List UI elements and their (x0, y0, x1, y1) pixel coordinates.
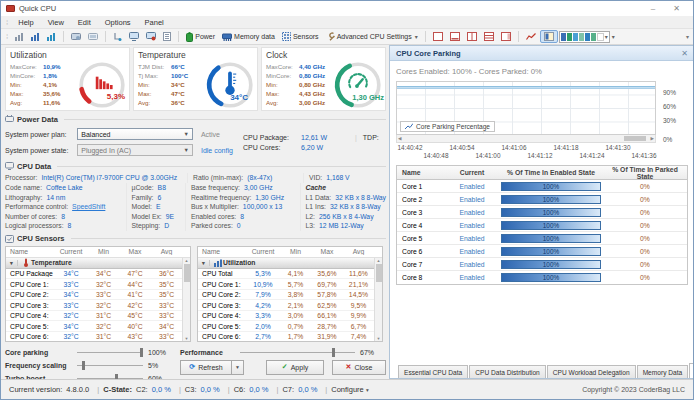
layout-window-icon[interactable] (430, 31, 446, 42)
parking-table-row[interactable]: Core 7Enabled100%0% (397, 258, 687, 271)
chevron-down-icon[interactable]: ▾ (198, 260, 210, 266)
scroll-up-arrow[interactable]: ▲ (185, 258, 189, 263)
column-header-max[interactable]: Max (311, 248, 343, 255)
table-row[interactable]: CPU Core 6:2,7%1,7%31,9%7,4% (198, 332, 382, 342)
core-parking-title-bar[interactable]: CPU Core Parking ✕ (390, 46, 694, 61)
chart-horizontal-scrollbar[interactable]: ◀ ▶ (396, 135, 656, 143)
sensor-group-temperature[interactable]: ▾Temperature (6, 258, 190, 269)
scroll-left-arrow[interactable]: ◀ (398, 136, 401, 141)
screen-capture-icon[interactable] (68, 31, 84, 42)
scroll-down-arrow[interactable]: ▼ (377, 336, 381, 341)
title-bar[interactable]: Quick CPU – ✕ (1, 1, 693, 16)
advanced-cpu-settings-button[interactable]: Advanced CPU Settings▾ (323, 31, 421, 42)
table-row[interactable]: CPU Core 4:3,3%3,0%66,1%9,9% (198, 311, 382, 322)
close-window-button[interactable]: ✕ (673, 4, 680, 14)
table-row[interactable]: CPU Core 3:33°C32°C42°C33°C (6, 300, 190, 311)
scroll-thumb[interactable] (376, 264, 382, 282)
table-row[interactable]: CPU Core 1:33°C32°C44°C35°C (6, 279, 190, 290)
clock-history-chart-icon[interactable] (44, 31, 59, 42)
column-header-current[interactable]: Current (246, 248, 280, 255)
parking-table-row[interactable]: Core 4Enabled100%0% (397, 219, 687, 232)
tab-essential-cpu-data[interactable]: Essential CPU Data (398, 365, 468, 378)
column-header-name[interactable]: Name (6, 248, 54, 255)
sensors-button[interactable]: Sensors (279, 31, 322, 42)
vertical-scrollbar[interactable]: ▲▼ (182, 258, 190, 341)
menu-view[interactable]: View (41, 18, 71, 27)
column-header-min[interactable]: Min (280, 248, 311, 255)
scroll-right-arrow[interactable]: ▶ (651, 136, 654, 141)
layout-rows-icon[interactable] (481, 31, 497, 42)
power-state-select[interactable]: Plugged In (AC)▼ (77, 144, 193, 156)
column-header-min[interactable]: Min (88, 248, 119, 255)
screenshot-icon[interactable] (85, 31, 101, 42)
slider-track[interactable] (240, 348, 355, 357)
table-row[interactable]: CPU Core 2:34°C33°C41°C35°C (6, 290, 190, 301)
logging-icon[interactable] (110, 31, 125, 42)
vertical-scrollbar[interactable]: ▲▼ (374, 258, 382, 341)
layout-side-panel-icon[interactable] (498, 31, 514, 42)
parking-table-row[interactable]: Core 1Enabled100%0% (397, 180, 687, 193)
toolbar-overflow-icon[interactable]: ▾ (686, 33, 693, 40)
column-header-avg[interactable]: Avg (151, 248, 182, 255)
apply-button[interactable]: ✓Apply (266, 360, 324, 375)
monitor-alert-icon[interactable] (143, 31, 159, 42)
table-row[interactable]: CPU Package34°C34°C47°C36°C (6, 269, 190, 280)
parking-table-row[interactable]: Core 3Enabled100%0% (397, 206, 687, 219)
scroll-thumb[interactable] (184, 264, 190, 282)
slider-thumb[interactable] (332, 348, 335, 357)
scroll-thumb[interactable] (624, 136, 646, 141)
table-row[interactable]: CPU Core 5:2,0%0,7%28,7%6,7% (198, 321, 382, 332)
sensor-group-utilization[interactable]: ▾Utilization (198, 258, 382, 269)
chevron-down-icon[interactable]: ▾ (6, 260, 18, 266)
tab-memory-data[interactable]: Memory Data (637, 365, 689, 378)
color-scheme-picker[interactable]: ▾ (559, 31, 610, 43)
slider-track[interactable] (77, 361, 143, 370)
parking-table-row[interactable]: Core 8Enabled100%0% (397, 271, 687, 284)
layout-split-icon[interactable] (464, 31, 480, 42)
util-history-chart-icon[interactable] (12, 31, 27, 42)
speedshift-link[interactable]: SpeedShift (72, 202, 105, 212)
report-icon[interactable] (160, 31, 174, 42)
line-chart-icon[interactable] (523, 31, 539, 42)
minimize-button[interactable]: – (651, 4, 655, 14)
power-button[interactable]: Power (183, 31, 218, 43)
table-row[interactable]: CPU Core 4:32°C31°C45°C33°C (6, 311, 190, 322)
column-header[interactable]: Name (397, 169, 445, 176)
table-row[interactable]: CPU Core 1:10,9%5,7%69,7%21,1% (198, 279, 382, 290)
column-header[interactable]: Current (445, 169, 499, 176)
column-header-current[interactable]: Current (54, 248, 88, 255)
column-header[interactable]: % Of Time In Parked State (603, 166, 687, 180)
slider-track[interactable] (77, 348, 143, 357)
table-row[interactable]: CPU Core 3:4,2%2,1%62,5%9,5% (198, 300, 382, 311)
table-row[interactable]: CPU Core 5:34°C32°C40°C34°C (6, 321, 190, 332)
tab-cpu-workload-delegation[interactable]: CPU Workload Delegation (547, 365, 636, 378)
scroll-up-arrow[interactable]: ▲ (377, 258, 381, 263)
table-row[interactable]: CPU Core 6:32°C31°C43°C33°C (6, 332, 190, 342)
menu-help[interactable]: Help (11, 18, 40, 27)
configure-menu[interactable]: Configure ▾ (331, 385, 368, 394)
power-plan-select[interactable]: Balanced▼ (77, 128, 193, 140)
core-history-chart-icon[interactable] (28, 31, 43, 42)
refresh-button[interactable]: ⟳Refresh (180, 360, 232, 375)
slider-thumb[interactable] (140, 348, 143, 357)
menu-panel[interactable]: Panel (138, 18, 171, 27)
tab-cpu-data-distribution[interactable]: CPU Data Distribution (469, 365, 546, 378)
parking-table-row[interactable]: Core 6Enabled100%0% (397, 245, 687, 258)
tab-cpu-core-parking[interactable]: CPU Core Parking (689, 363, 694, 378)
core-parking-panel-icon[interactable] (540, 30, 558, 43)
scroll-down-arrow[interactable]: ▼ (185, 336, 189, 341)
table-row[interactable]: CPU Total5,3%4,1%35,6%11,6% (198, 269, 382, 280)
column-header-name[interactable]: Name (198, 248, 246, 255)
refresh-dropdown-button[interactable]: ▼ (232, 360, 244, 375)
close-button[interactable]: ✕Close (332, 360, 386, 375)
monitor-icon[interactable] (126, 31, 142, 42)
menu-options[interactable]: Options (98, 18, 138, 27)
column-header-avg[interactable]: Avg (343, 248, 374, 255)
menu-edit[interactable]: Edit (71, 18, 98, 27)
panel-close-icon[interactable]: ✕ (681, 49, 688, 58)
layout-bottom-bar-icon[interactable] (447, 31, 463, 42)
slider-thumb[interactable] (82, 361, 85, 370)
table-row[interactable]: CPU Core 2:7,9%3,8%57,8%14,5% (198, 290, 382, 301)
toolbar-dropdown[interactable]: ▾ (612, 33, 615, 40)
parking-table-row[interactable]: Core 5Enabled100%0% (397, 232, 687, 245)
